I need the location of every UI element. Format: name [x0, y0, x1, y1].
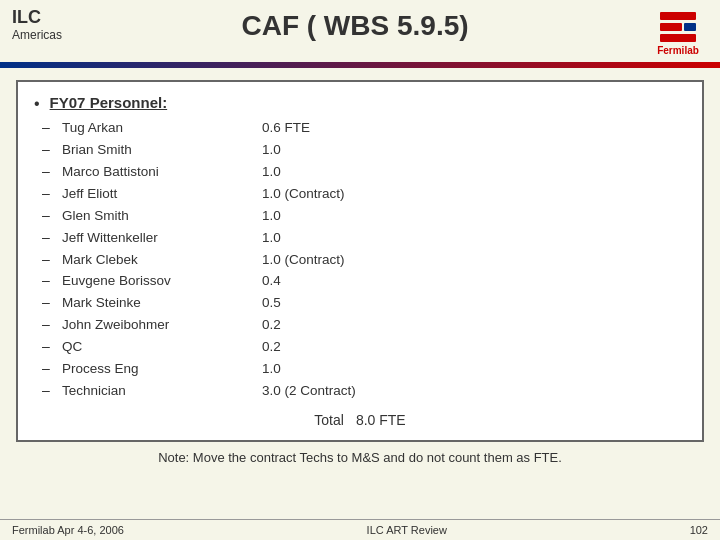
- person-fte: 1.0 (Contract): [262, 250, 345, 271]
- person-name: Marco Battistoni: [62, 162, 262, 183]
- total-row: Total 8.0 FTE: [34, 412, 686, 428]
- dash: –: [42, 227, 54, 249]
- person-name: John Zweibohmer: [62, 315, 262, 336]
- person-name: Brian Smith: [62, 140, 262, 161]
- dash: –: [42, 139, 54, 161]
- person-fte: 1.0: [262, 228, 281, 249]
- header-divider: [0, 62, 720, 68]
- person-fte: 1.0: [262, 359, 281, 380]
- person-name: QC: [62, 337, 262, 358]
- dash: –: [42, 161, 54, 183]
- total-value: 8.0 FTE: [356, 412, 406, 428]
- logo-label: Fermilab: [657, 45, 699, 56]
- table-row: – Glen Smith 1.0: [42, 205, 694, 227]
- dash: –: [42, 270, 54, 292]
- svg-rect-0: [660, 12, 696, 20]
- table-row: – Mark Steinke 0.5: [42, 292, 694, 314]
- person-name: Process Eng: [62, 359, 262, 380]
- person-fte: 1.0: [262, 140, 281, 161]
- person-fte: 0.2: [262, 315, 281, 336]
- person-name: Mark Clebek: [62, 250, 262, 271]
- dash: –: [42, 292, 54, 314]
- person-fte: 0.6 FTE: [262, 118, 310, 139]
- main-content-box: • FY07 Personnel: – Tug Arkan 0.6 FTE – …: [16, 80, 704, 442]
- dash: –: [42, 358, 54, 380]
- person-fte: 3.0 (2 Contract): [262, 381, 356, 402]
- person-fte: 0.5: [262, 293, 281, 314]
- footer-left: Fermilab Apr 4-6, 2006: [12, 524, 124, 536]
- svg-rect-1: [660, 23, 682, 31]
- table-row: – Marco Battistoni 1.0: [42, 161, 694, 183]
- person-name: Technician: [62, 381, 262, 402]
- content-area: • FY07 Personnel: – Tug Arkan 0.6 FTE – …: [0, 76, 720, 469]
- table-row: – Tug Arkan 0.6 FTE: [42, 117, 694, 139]
- dash: –: [42, 249, 54, 271]
- personnel-table: – Tug Arkan 0.6 FTE – Brian Smith 1.0 – …: [42, 117, 694, 402]
- person-name: Euvgene Borissov: [62, 271, 262, 292]
- table-row: – Technician 3.0 (2 Contract): [42, 380, 694, 402]
- person-fte: 1.0: [262, 162, 281, 183]
- person-name: Mark Steinke: [62, 293, 262, 314]
- table-row: – Mark Clebek 1.0 (Contract): [42, 249, 694, 271]
- dash: –: [42, 183, 54, 205]
- total-label: Total: [314, 412, 344, 428]
- table-row: – Brian Smith 1.0: [42, 139, 694, 161]
- table-row: – Euvgene Borissov 0.4: [42, 270, 694, 292]
- dash: –: [42, 205, 54, 227]
- footer-center: ILC ART Review: [367, 524, 447, 536]
- dash: –: [42, 380, 54, 402]
- person-fte: 0.4: [262, 271, 281, 292]
- table-row: – Jeff Eliott 1.0 (Contract): [42, 183, 694, 205]
- org-subtitle: Americas: [12, 28, 62, 42]
- svg-rect-3: [684, 23, 696, 31]
- section-header-row: • FY07 Personnel:: [34, 94, 686, 113]
- dash: –: [42, 336, 54, 358]
- footer-right: 102: [690, 524, 708, 536]
- person-fte: 1.0 (Contract): [262, 184, 345, 205]
- table-row: – John Zweibohmer 0.2: [42, 314, 694, 336]
- org-title: ILC: [12, 8, 62, 28]
- person-fte: 0.2: [262, 337, 281, 358]
- page-footer: Fermilab Apr 4-6, 2006 ILC ART Review 10…: [0, 519, 720, 540]
- fermilab-logo: Fermilab: [648, 8, 708, 58]
- org-info: ILC Americas: [12, 8, 62, 42]
- table-row: – Jeff Wittenkeller 1.0: [42, 227, 694, 249]
- person-name: Jeff Wittenkeller: [62, 228, 262, 249]
- page-header: ILC Americas CAF ( WBS 5.9.5) Fermilab: [0, 0, 720, 62]
- dash: –: [42, 314, 54, 336]
- svg-rect-2: [660, 34, 696, 42]
- table-row: – QC 0.2: [42, 336, 694, 358]
- page-title: CAF ( WBS 5.9.5): [62, 8, 648, 42]
- person-fte: 1.0: [262, 206, 281, 227]
- dash: –: [42, 117, 54, 139]
- table-row: – Process Eng 1.0: [42, 358, 694, 380]
- note-text: Note: Move the contract Techs to M&S and…: [16, 450, 704, 465]
- person-name: Jeff Eliott: [62, 184, 262, 205]
- person-name: Tug Arkan: [62, 118, 262, 139]
- bullet-point: •: [34, 95, 40, 113]
- fermilab-icon: [658, 10, 698, 45]
- person-name: Glen Smith: [62, 206, 262, 227]
- section-heading: FY07 Personnel:: [50, 94, 168, 111]
